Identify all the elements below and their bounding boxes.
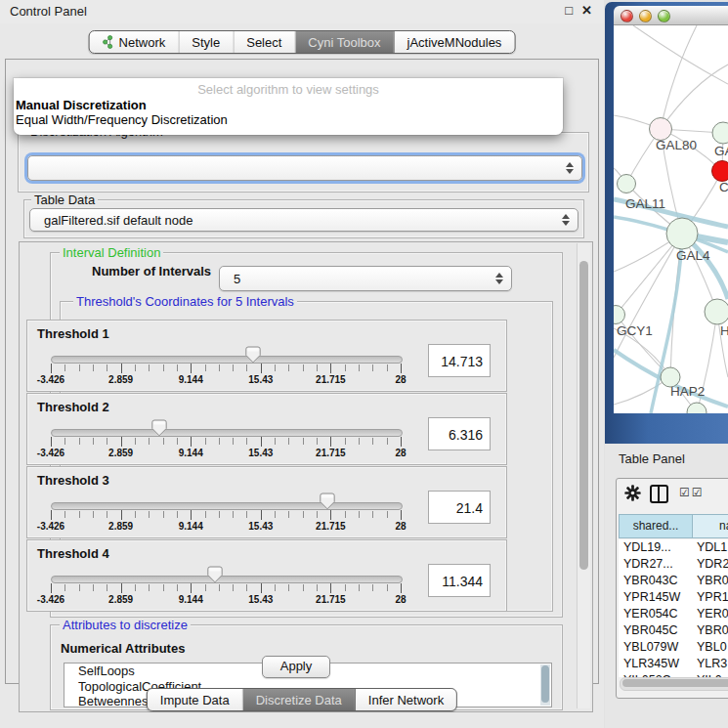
major-tick — [51, 437, 52, 447]
panel-title: Control Panel — [10, 4, 87, 19]
slider-thumb[interactable] — [151, 419, 167, 437]
checkbox-icons[interactable]: ☑☑ — [679, 486, 705, 499]
bottom-tab-infer-network[interactable]: Infer Network — [356, 689, 456, 710]
column-header-name[interactable]: na — [693, 514, 728, 538]
column-header-shared[interactable]: shared... — [619, 514, 693, 538]
threshold-value-field[interactable]: 11.344 — [428, 564, 491, 597]
cell-name: YBL0 — [697, 640, 727, 654]
cell-shared-name: YDL19... — [623, 540, 671, 554]
major-tick — [191, 437, 192, 447]
threshold-value-field[interactable]: 21.4 — [428, 491, 491, 524]
major-tick — [51, 364, 52, 373]
tab-jactivemnodules[interactable]: jActiveMNodules — [395, 31, 515, 53]
slider-thumb[interactable] — [320, 492, 335, 510]
major-tick — [121, 510, 122, 520]
numerical-attributes-header: Numerical Attributes — [58, 641, 188, 656]
close-icon[interactable]: ✕ — [581, 3, 592, 18]
table-data-combobox[interactable]: galFiltered.sif default node — [29, 208, 578, 232]
tick-label: 9.144 — [179, 594, 203, 605]
cell-shared-name: YLR345W — [623, 657, 679, 670]
threshold-value-field[interactable]: 6.316 — [428, 417, 491, 450]
bottom-tab-label: Infer Network — [368, 693, 444, 707]
network-edge[interactable] — [633, 25, 728, 84]
cell-name: YLR3 — [697, 657, 727, 670]
tab-style[interactable]: Style — [179, 31, 234, 53]
minimize-traffic-light-icon[interactable] — [639, 10, 652, 22]
split-column-icon[interactable] — [650, 485, 668, 503]
network-node-gal11[interactable] — [618, 175, 636, 193]
apply-button[interactable]: Apply — [262, 656, 330, 678]
network-node-label: C — [719, 180, 728, 194]
gear-icon[interactable] — [624, 485, 641, 501]
network-canvas[interactable]: GAL80GACGAL11GAL4GCY1HHAP2 — [614, 25, 728, 413]
slider-thumb[interactable] — [207, 566, 223, 583]
list-scrollbar[interactable] — [540, 664, 550, 706]
tab-network[interactable]: Network — [90, 31, 180, 53]
cell-name: YPR1 — [697, 590, 728, 604]
tab-label: Style — [192, 35, 220, 50]
tick-label: 15.43 — [248, 521, 273, 532]
network-node-ga[interactable] — [712, 122, 728, 144]
bottom-tab-bar: Impute DataDiscretize DataInfer Network — [147, 688, 457, 711]
dropdown-placeholder-item[interactable]: Select algorithm to view settings — [14, 82, 563, 97]
close-traffic-light-icon[interactable] — [621, 10, 633, 22]
table-row[interactable]: YPR145WYPR1 — [619, 589, 728, 606]
table-row[interactable]: YDL19...YDL1 — [619, 539, 728, 556]
network-node-gcy1[interactable] — [614, 306, 625, 324]
network-edge[interactable] — [661, 25, 697, 129]
tick-label: 15.43 — [248, 374, 273, 385]
slider-track[interactable] — [51, 576, 403, 583]
zoom-traffic-light-icon[interactable] — [658, 10, 670, 22]
tab-cyni-toolbox[interactable]: Cyni Toolbox — [295, 31, 394, 53]
cell-name: YBR0 — [697, 574, 728, 587]
major-tick — [401, 437, 402, 447]
table-row[interactable]: YBR045CYBR0 — [619, 622, 728, 639]
network-node-label: GCY1 — [617, 323, 653, 338]
tick-label: 28 — [395, 448, 406, 458]
num-intervals-label: Number of Intervals — [89, 264, 214, 278]
table-row[interactable]: YLR345WYLR3 — [619, 656, 728, 672]
slider-track[interactable] — [51, 429, 403, 437]
table-panel-body: ☑☑ shared... na YDL19...YDL1YDR27...YDR2… — [616, 478, 728, 699]
major-tick — [330, 583, 331, 593]
thresholds-group-title: Threshold's Coordinates for 5 Intervals — [73, 294, 297, 309]
slider-thumb[interactable] — [245, 346, 261, 364]
table-hscrollbar[interactable] — [620, 677, 728, 691]
major-tick — [191, 583, 192, 593]
tick-label: 9.144 — [179, 448, 203, 458]
num-intervals-value: 5 — [234, 272, 240, 286]
tick-label: 2.859 — [108, 594, 133, 605]
network-node-h[interactable] — [705, 299, 728, 324]
tab-select[interactable]: Select — [234, 31, 295, 53]
tick-label: 28 — [395, 521, 406, 532]
table-hscrollbar-thumb[interactable] — [622, 679, 728, 687]
network-node-c[interactable] — [712, 161, 728, 182]
settings-scrollbar-thumb[interactable] — [579, 261, 588, 570]
major-tick — [121, 583, 122, 593]
table-row[interactable]: YDR27...YDR2 — [619, 556, 728, 573]
control-panel-titlebar: Control Panel □ ✕ — [0, 0, 604, 23]
tick-label: 9.144 — [179, 374, 203, 385]
table-panel-title: Table Panel — [619, 451, 685, 466]
dropdown-item[interactable]: Manual Discretization — [16, 98, 147, 112]
network-node-label: GAL4 — [676, 248, 710, 263]
table-row[interactable]: YBL079WYBL0 — [619, 639, 728, 656]
settings-scrollbar[interactable] — [577, 243, 590, 708]
dropdown-item[interactable]: Equal Width/Frequency Discretization — [16, 112, 228, 127]
bottom-tab-impute-data[interactable]: Impute Data — [148, 689, 243, 710]
major-tick — [191, 364, 192, 373]
major-tick — [261, 583, 262, 593]
num-intervals-combobox[interactable]: 5 — [219, 266, 512, 291]
threshold-value-field[interactable]: 14.713 — [428, 344, 491, 377]
slider-track[interactable] — [51, 356, 403, 364]
bottom-tab-discretize-data[interactable]: Discretize Data — [243, 689, 356, 710]
table-row[interactable]: YBR043CYBR0 — [619, 573, 728, 589]
slider-track[interactable] — [51, 502, 403, 510]
network-edge[interactable] — [661, 64, 728, 129]
float-window-icon[interactable]: □ — [565, 3, 573, 18]
algorithm-combobox[interactable] — [27, 155, 582, 181]
stepper-icon — [566, 162, 575, 174]
table-row[interactable]: YER054CYER0 — [619, 606, 728, 622]
network-node-gal4[interactable] — [666, 218, 698, 249]
threshold-slider-group: Threshold 3-3.4262.8599.14415.4321.71528… — [26, 466, 507, 538]
